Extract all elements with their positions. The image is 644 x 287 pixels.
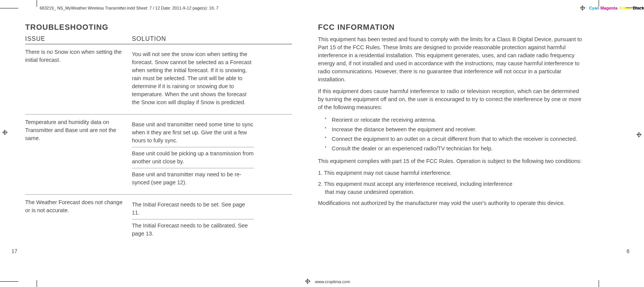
right-page: FCC INFORMATION This equipment has been … [318,23,585,211]
page-number-left: 17 [11,248,18,254]
left-page: TROUBLESHOOTING ISSUE SOLUTION There is … [25,23,292,245]
fcc-para: Modifications not authorized by the manu… [318,199,585,207]
list-item: Connect the equipment to an outlet on a … [325,134,585,144]
solution-text: You will not see the snow icon when sett… [132,48,254,109]
solution-text: Base unit could be picking up a transmis… [132,147,254,168]
cyan-label: Cyan [589,6,599,10]
file-info: 683219_ NS_MyWeather Wireless Transmitte… [40,6,218,10]
troubleshooting-heading: TROUBLESHOOTING [25,23,292,32]
magenta-label: Magenta [601,6,618,10]
color-plate-names: Cyan Magenta Yellow Black [589,6,644,10]
yellow-label: Yellow [618,6,631,10]
list-item: Increase the distance between the equipm… [325,125,585,134]
table-row: There is no Snow icon when setting the i… [25,44,292,114]
col-issue-header: ISSUE [25,35,132,42]
issue-text: The Weather Forecast does not change or … [25,198,132,240]
black-label: Black [633,6,644,10]
solutions-cell: Base unit and transmitter need some time… [132,118,254,189]
registration-mark-icon [636,132,642,137]
issue-text: Temperature and humidity data on Transmi… [25,118,132,189]
fcc-bullet-list: Reorient or relocate the receiving anten… [325,115,585,153]
table-row: The Weather Forecast does not change or … [25,195,292,245]
fcc-heading: FCC INFORMATION [318,23,585,32]
table-row: Temperature and humidity data on Transmi… [25,114,292,195]
fcc-para: This equipment has been tested and found… [318,35,585,84]
list-item: Consult the dealer or an experienced rad… [325,144,585,153]
numbered-line1: 2. This equipment must accept any interf… [318,181,512,187]
solution-text: The Initial Forecast needs to be calibra… [132,219,254,240]
issue-text: There is no Snow icon when setting the i… [25,48,132,109]
footer-url: www.croptima.com [315,279,350,284]
solution-text: The Initial Forecast needs to be set. Se… [132,198,254,219]
registration-mark-icon [580,5,585,11]
solution-text: Base unit and transmitter may need to be… [132,168,254,189]
solution-text: Base unit and transmitter need some time… [132,118,254,147]
numbered-item: 2. This equipment must accept any interf… [318,180,585,196]
col-solution-header: SOLUTION [132,35,166,42]
list-item: Reorient or relocate the receiving anten… [325,115,585,125]
page-number-right: 6 [626,248,630,254]
fcc-para: If this equipment does cause harmful int… [318,87,585,111]
table-header: ISSUE SOLUTION [25,35,292,44]
fcc-para: This equipment complies with part 15 of … [318,157,585,165]
numbered-item: 1. This equipment may not cause harmful … [318,169,585,177]
numbered-line2: that may cause undesired operation. [318,188,585,196]
registration-mark-icon [305,279,310,284]
registration-mark-icon [2,130,8,135]
solutions-cell: You will not see the snow icon when sett… [132,48,254,109]
solutions-cell: The Initial Forecast needs to be set. Se… [132,198,254,240]
print-header: 683219_ NS_MyWeather Wireless Transmitte… [0,5,644,11]
